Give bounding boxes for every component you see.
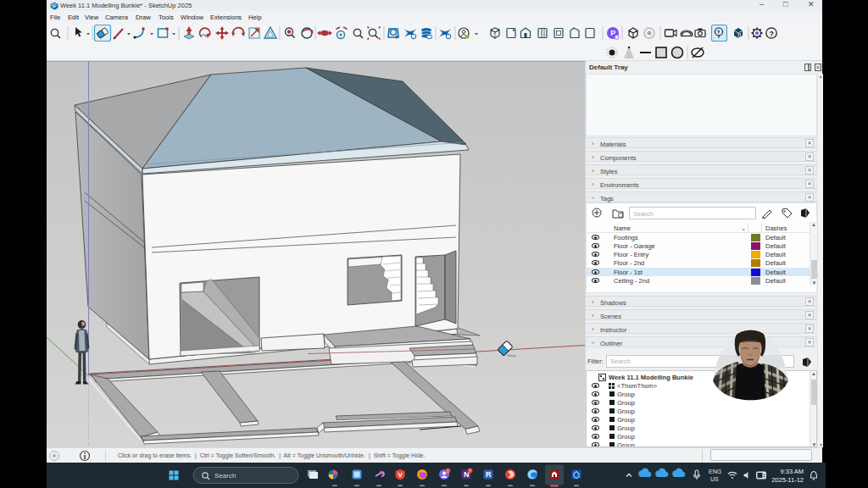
svg-text:7: 7 xyxy=(469,469,471,474)
svg-text:2025-11-12: 2025-11-12 xyxy=(771,476,804,484)
svg-text:US: US xyxy=(710,476,719,482)
svg-text:V: V xyxy=(398,471,403,479)
svg-text:Search: Search xyxy=(214,472,236,480)
svg-text:9:33 AM: 9:33 AM xyxy=(780,468,804,475)
svg-text:R: R xyxy=(486,470,492,479)
svg-text:1: 1 xyxy=(447,469,449,474)
svg-text:ENG: ENG xyxy=(709,469,721,474)
svg-text:!: ! xyxy=(739,32,741,38)
svg-text:?: ? xyxy=(770,30,775,38)
